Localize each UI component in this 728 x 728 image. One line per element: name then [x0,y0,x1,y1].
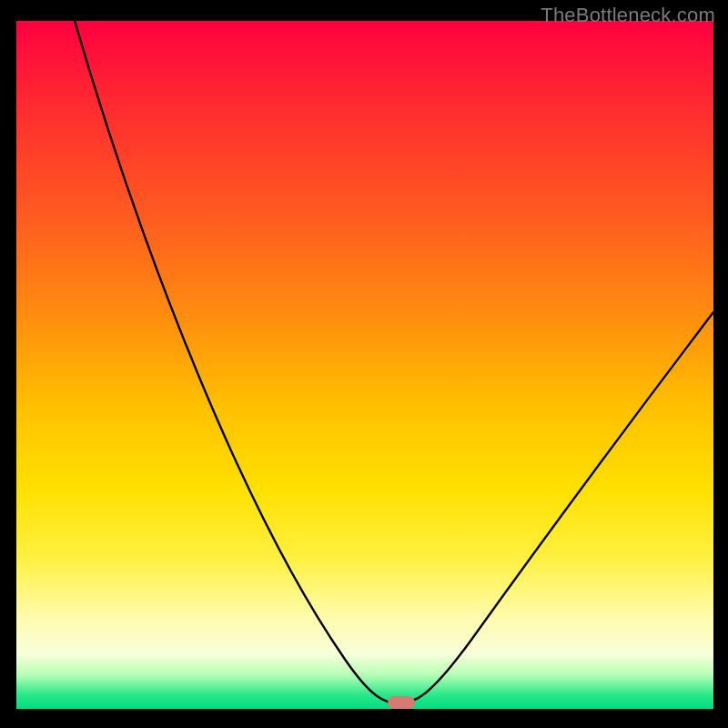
curve-path [75,21,713,703]
plot-area [16,21,713,709]
chart-frame: TheBottleneck.com [0,0,728,728]
bottleneck-curve [16,21,713,709]
watermark-text: TheBottleneck.com [541,4,715,27]
optimal-point-marker [388,696,415,709]
